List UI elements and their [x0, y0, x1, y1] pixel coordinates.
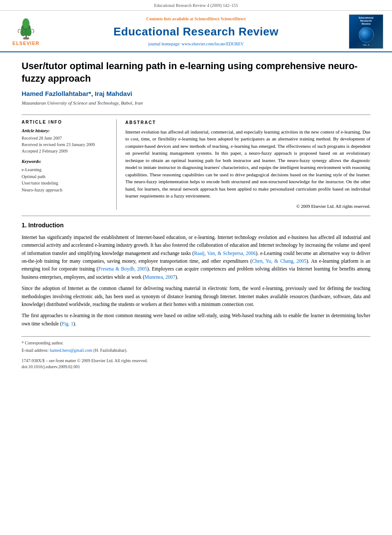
section-number: 1. [22, 222, 27, 229]
article-revised: Received in revised form 23 January 2009 [22, 142, 108, 148]
journal-header-center: Contents lists available at ScienceDirec… [43, 16, 349, 47]
bottom-info: 1747-938X/$ – see front matter © 2009 El… [22, 358, 370, 370]
homepage-label: journal homepage: [148, 41, 181, 46]
svg-point-4 [22, 18, 29, 29]
doi-line: doi:10.1016/j.edurev.2009.02.001 [22, 364, 370, 370]
page: Educational Research Review 4 (2009) 142… [0, 0, 392, 535]
copyright-line: © 2009 Elsevier Ltd. All rights reserved… [125, 203, 370, 210]
footnote-email-link[interactable]: hamed.hero@gmail.com [50, 348, 92, 353]
ref-raaij[interactable]: Raaij, Van, & Schepersa, 2006 [194, 251, 256, 256]
elsevier-text: ELSEVIER [13, 40, 39, 47]
article-content: User/tutor optimal learning path in e-le… [0, 52, 392, 379]
journal-homepage: journal homepage: www.elsevier.com/locat… [43, 41, 349, 47]
keyword-user-tutor: User/tutor modeling [22, 180, 108, 187]
footnote-area: * Corresponding author. E-mail address: … [22, 336, 370, 370]
article-info-label: ARTICLE INFO [22, 119, 108, 125]
article-accepted: Accepted 2 February 2009 [22, 148, 108, 154]
svg-point-2 [20, 28, 26, 36]
authors: Hamed Fazlollahtabar*, Iraj Mahdavi [22, 89, 370, 98]
section-divider [22, 216, 370, 216]
affiliation: Mazandaran University of Science and Tec… [22, 100, 370, 106]
homepage-url[interactable]: www.elsevier.com/locate/EDUREV [182, 41, 244, 46]
journal-cover-image: EducationalResearchReview Vol. 4 [349, 14, 383, 49]
ref-chen[interactable]: Chen, Yu, & Chang, 2005 [252, 258, 306, 264]
issn-line: 1747-938X/$ – see front matter © 2009 El… [22, 358, 370, 364]
ref-munenea[interactable]: Munenea, 2007 [144, 274, 175, 280]
journal-cover-globe-icon [359, 27, 374, 42]
ref-fresena[interactable]: Fresena & Boydb, 2005 [98, 266, 147, 271]
elsevier-tree-icon [14, 16, 38, 40]
section-title: Introduction [29, 222, 64, 229]
article-title: User/tutor optimal learning path in e-le… [22, 60, 370, 85]
abstract-section: ABSTRACT Internet evolution has affected… [117, 119, 370, 210]
footnote-corresponding: * Corresponding author. [22, 340, 370, 346]
section-heading-introduction: 1. Introduction [22, 221, 370, 230]
journal-cover-title: EducationalResearchReview [359, 16, 373, 26]
keyword-neuro-fuzzy: Neuro-fuzzy approach [22, 187, 108, 194]
sciencedirect-brand[interactable]: ScienceDirect [221, 16, 246, 21]
journal-title: Educational Research Review [43, 24, 349, 39]
keyword-optimal-path: Optimal path [22, 173, 108, 180]
journal-header: ELSEVIER Contents lists available at Sci… [0, 11, 392, 52]
keywords-label: Keywords: [22, 159, 108, 165]
sciencedirect-line: Contents lists available at ScienceDirec… [43, 16, 349, 22]
article-received: Received 28 June 2007 [22, 135, 108, 141]
contents-available-text: Contents lists available at ScienceDirec… [146, 16, 220, 21]
abstract-text: Internet evolution has affected all indu… [125, 128, 370, 200]
journal-cover-volume: Vol. 4 [363, 43, 369, 47]
top-citation-bar: Educational Research Review 4 (2009) 142… [0, 0, 392, 11]
article-history-label: Article history: [22, 128, 108, 134]
elsevier-logo: ELSEVIER [9, 16, 43, 47]
article-info-section: ARTICLE INFO Article history: Received 2… [22, 115, 370, 210]
footnote-email: E-mail address: hamed.hero@gmail.com (H.… [22, 347, 370, 353]
citation-text: Educational Research Review 4 (2009) 142… [154, 3, 238, 8]
intro-paragraph-3: The first approaches to e-learning in th… [22, 312, 370, 328]
abstract-label: ABSTRACT [125, 119, 370, 126]
svg-point-3 [26, 28, 32, 36]
keyword-elearning: e-Learning [22, 166, 108, 173]
ref-fig1[interactable]: Fig. 1 [62, 321, 73, 326]
article-info-left: ARTICLE INFO Article history: Received 2… [22, 119, 117, 210]
svg-rect-5 [23, 37, 29, 39]
intro-paragraph-2: Since the adoption of Internet as the co… [22, 284, 370, 308]
intro-paragraph-1: Internet has significantly impacted the … [22, 233, 370, 281]
